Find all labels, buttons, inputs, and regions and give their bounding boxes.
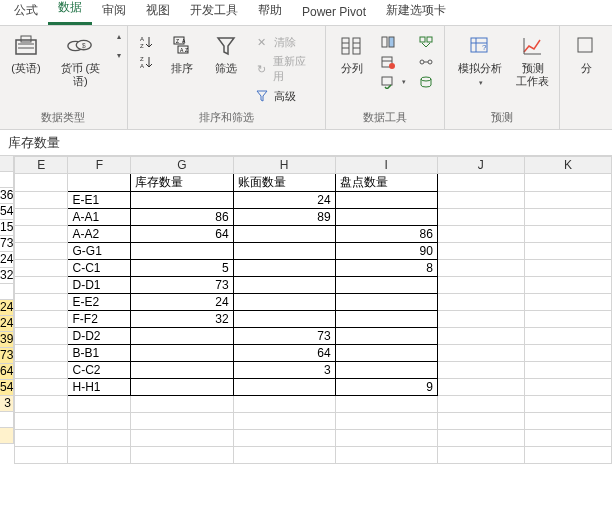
btn-reapply[interactable]: ↻重新应用: [250, 52, 320, 86]
btn-sort[interactable]: ZAAZ 排序: [162, 30, 202, 77]
cell[interactable]: E-E2: [68, 294, 131, 311]
cell[interactable]: 86: [335, 226, 437, 243]
cell[interactable]: [15, 209, 68, 226]
cell[interactable]: 90: [335, 243, 437, 260]
cell[interactable]: C-C1: [68, 260, 131, 277]
formula-bar[interactable]: 库存数量: [0, 130, 612, 156]
cell[interactable]: G-G1: [68, 243, 131, 260]
cell[interactable]: [524, 362, 611, 379]
cell[interactable]: [233, 260, 335, 277]
btn-consolidate[interactable]: [414, 32, 438, 52]
cell[interactable]: 9: [335, 379, 437, 396]
cell[interactable]: [437, 362, 524, 379]
cell[interactable]: [15, 192, 68, 209]
btn-group-outline[interactable]: 分: [566, 30, 606, 77]
btn-flash-fill[interactable]: [376, 32, 410, 52]
tab-formulas[interactable]: 公式: [4, 0, 48, 25]
tab-review[interactable]: 审阅: [92, 0, 136, 25]
btn-relationships[interactable]: [414, 52, 438, 72]
btn-stocks[interactable]: (英语): [6, 30, 46, 77]
col-K[interactable]: K: [524, 157, 611, 174]
cell[interactable]: [524, 328, 611, 345]
cell[interactable]: 账面数量: [233, 174, 335, 192]
cell[interactable]: [524, 277, 611, 294]
btn-currency[interactable]: $ 货币 (英语): [50, 30, 111, 90]
tab-view[interactable]: 视图: [136, 0, 180, 25]
cell[interactable]: 3: [233, 362, 335, 379]
cell[interactable]: D-D2: [68, 328, 131, 345]
cell[interactable]: [437, 226, 524, 243]
cell[interactable]: [524, 209, 611, 226]
cell[interactable]: [437, 294, 524, 311]
tab-help[interactable]: 帮助: [248, 0, 292, 25]
scroll-up-icon[interactable]: ▴: [117, 32, 121, 41]
cell[interactable]: [131, 345, 233, 362]
cell[interactable]: [131, 243, 233, 260]
cell[interactable]: [437, 379, 524, 396]
cell[interactable]: 64: [131, 226, 233, 243]
cell[interactable]: [233, 294, 335, 311]
cell[interactable]: [335, 328, 437, 345]
cell[interactable]: [437, 345, 524, 362]
cell[interactable]: B-B1: [68, 345, 131, 362]
cell[interactable]: 32: [131, 311, 233, 328]
btn-advanced[interactable]: 高级: [250, 86, 320, 106]
cell[interactable]: [335, 277, 437, 294]
cell[interactable]: A-A2: [68, 226, 131, 243]
cell[interactable]: 盘点数量: [335, 174, 437, 192]
btn-whatif[interactable]: ? 模拟分析▾: [451, 30, 508, 91]
btn-remove-dup[interactable]: [376, 52, 410, 72]
cell[interactable]: [524, 260, 611, 277]
cell[interactable]: [524, 379, 611, 396]
cell[interactable]: 5: [131, 260, 233, 277]
cell[interactable]: [437, 243, 524, 260]
cell[interactable]: [131, 328, 233, 345]
cell[interactable]: [524, 311, 611, 328]
cell[interactable]: [15, 362, 68, 379]
btn-sort-asc[interactable]: AZ: [134, 32, 158, 52]
cell[interactable]: [437, 260, 524, 277]
cell[interactable]: [15, 226, 68, 243]
cell[interactable]: [437, 311, 524, 328]
cell[interactable]: [15, 243, 68, 260]
cell[interactable]: 24: [131, 294, 233, 311]
tab-powerpivot[interactable]: Power Pivot: [292, 1, 376, 25]
cell[interactable]: A-A1: [68, 209, 131, 226]
cell[interactable]: [15, 345, 68, 362]
cell[interactable]: [233, 226, 335, 243]
cell[interactable]: [15, 294, 68, 311]
btn-text-to-columns[interactable]: 分列: [332, 30, 372, 77]
cell[interactable]: [15, 277, 68, 294]
col-F[interactable]: F: [68, 157, 131, 174]
cell[interactable]: [233, 311, 335, 328]
cell[interactable]: 库存数量: [131, 174, 233, 192]
cell[interactable]: C-C2: [68, 362, 131, 379]
cell[interactable]: 8: [335, 260, 437, 277]
btn-forecast-sheet[interactable]: 预测 工作表: [513, 30, 553, 90]
tab-new[interactable]: 新建选项卡: [376, 0, 456, 25]
cell[interactable]: [15, 379, 68, 396]
cell[interactable]: [524, 192, 611, 209]
cell[interactable]: [68, 174, 131, 192]
col-I[interactable]: I: [335, 157, 437, 174]
btn-filter[interactable]: 筛选: [206, 30, 246, 77]
cell[interactable]: [15, 328, 68, 345]
cell[interactable]: [335, 345, 437, 362]
cell[interactable]: D-D1: [68, 277, 131, 294]
cell[interactable]: 24: [233, 192, 335, 209]
cell[interactable]: [437, 209, 524, 226]
col-G[interactable]: G: [131, 157, 233, 174]
col-J[interactable]: J: [437, 157, 524, 174]
cell[interactable]: [335, 209, 437, 226]
cell[interactable]: [233, 379, 335, 396]
cell[interactable]: 73: [131, 277, 233, 294]
cell[interactable]: [233, 277, 335, 294]
cell[interactable]: [335, 294, 437, 311]
scroll-down-icon[interactable]: ▾: [117, 51, 121, 60]
cell[interactable]: [524, 243, 611, 260]
cell[interactable]: 64: [233, 345, 335, 362]
cell[interactable]: [437, 192, 524, 209]
cell[interactable]: 73: [233, 328, 335, 345]
cell[interactable]: [437, 277, 524, 294]
cell[interactable]: [131, 362, 233, 379]
